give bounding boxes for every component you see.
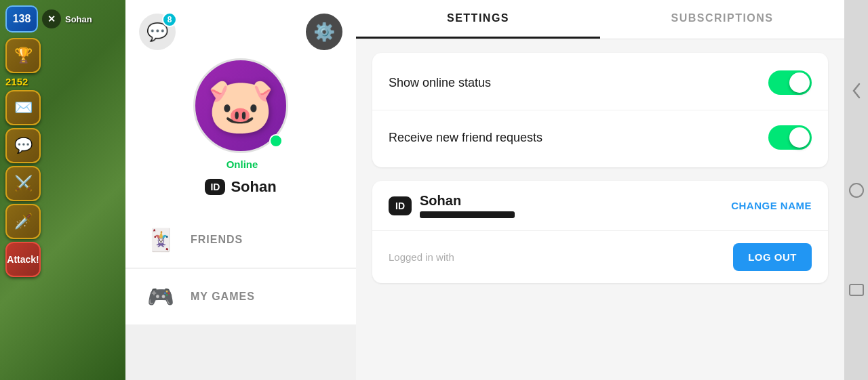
profile-section: 💬 8 ⚙️ 🐷 Online ID Sohan xyxy=(125,0,356,212)
settings-panel: SETTINGS SUBSCRIPTIONS Show online statu… xyxy=(356,0,844,380)
tab-settings[interactable]: SETTINGS xyxy=(356,0,600,39)
show-online-status-row: Show online status xyxy=(372,56,828,110)
close-button[interactable]: ✕ xyxy=(42,9,61,28)
account-name-left: ID Sohan xyxy=(389,193,515,218)
home-nav-button[interactable] xyxy=(847,181,866,200)
game-sidebar: 138 ✕ Sohan 🏆 2152 ✉️ 💬 ⚔️ 🗡️ Attack! xyxy=(0,0,129,380)
mail-icon-btn[interactable]: ✉️ xyxy=(5,90,41,125)
chat-badge: 8 xyxy=(162,12,177,27)
shield-icon-btn[interactable]: 🗡️ xyxy=(5,204,41,239)
my-games-label: MY GAMES xyxy=(191,291,255,303)
player-id-row: ID Sohan xyxy=(205,178,276,196)
show-online-status-toggle[interactable] xyxy=(768,70,812,95)
chat-icon-btn[interactable]: 💬 xyxy=(5,128,41,163)
logged-in-row: Logged in with LOG OUT xyxy=(372,231,828,283)
my-games-nav-item[interactable]: 🎮 MY GAMES xyxy=(125,269,356,324)
account-display-name: Sohan xyxy=(420,193,515,209)
main-panel: 💬 8 ⚙️ 🐷 Online ID Sohan 🃏 FRIENDS xyxy=(125,0,356,380)
settings-tabs: SETTINGS SUBSCRIPTIONS xyxy=(356,0,844,39)
avatar-image: 🐷 xyxy=(207,79,275,133)
trophy-count: 2152 xyxy=(5,76,28,87)
svg-point-0 xyxy=(850,184,863,197)
toggle-knob-online xyxy=(789,72,810,93)
sword-icon-btn[interactable]: ⚔️ xyxy=(5,166,41,201)
online-indicator-dot xyxy=(269,134,283,148)
player-name: Sohan xyxy=(231,178,276,196)
clash-badge: 138 xyxy=(5,5,38,33)
trophy-icon-btn[interactable]: 🏆 xyxy=(5,38,41,73)
friends-label: FRIENDS xyxy=(191,234,243,246)
show-online-status-label: Show online status xyxy=(389,76,491,90)
account-name-info: Sohan xyxy=(420,193,515,218)
logout-button[interactable]: LOG OUT xyxy=(733,243,812,271)
friends-icon: 🃏 xyxy=(142,224,180,255)
chat-button[interactable]: 💬 8 xyxy=(139,14,176,50)
settings-gear-button[interactable]: ⚙️ xyxy=(306,14,342,50)
settings-content: Show online status Receive new friend re… xyxy=(356,39,844,310)
account-name-row: ID Sohan CHANGE NAME xyxy=(372,181,828,231)
attack-btn[interactable]: Attack! xyxy=(5,242,41,277)
friends-nav-item[interactable]: 🃏 FRIENDS xyxy=(125,212,356,268)
gear-icon: ⚙️ xyxy=(313,22,335,43)
recent-nav-button[interactable] xyxy=(847,280,866,299)
receive-friend-requests-label: Receive new friend requests xyxy=(389,131,542,145)
svg-rect-1 xyxy=(850,284,863,295)
id-badge-small: ID xyxy=(205,179,225,195)
game-username: Sohan xyxy=(65,14,92,24)
receive-friend-requests-row: Receive new friend requests xyxy=(372,110,828,165)
online-status-row: Online xyxy=(224,159,258,170)
logged-in-label: Logged in with xyxy=(389,251,454,263)
nav-section: 🃏 FRIENDS 🎮 MY GAMES xyxy=(125,212,356,380)
id-badge-large: ID xyxy=(389,196,412,215)
change-name-button[interactable]: CHANGE NAME xyxy=(731,200,812,211)
online-label: Online xyxy=(226,159,258,170)
account-card: ID Sohan CHANGE NAME Logged in with LOG … xyxy=(372,181,828,283)
back-nav-button[interactable] xyxy=(847,81,866,100)
avatar-container: 🐷 xyxy=(193,58,288,153)
receive-friend-requests-toggle[interactable] xyxy=(768,125,812,150)
tab-subscriptions[interactable]: SUBSCRIPTIONS xyxy=(600,0,844,39)
toggle-knob-friends xyxy=(789,127,810,148)
right-nav-bar xyxy=(844,0,868,380)
account-id-bar xyxy=(420,211,515,218)
settings-toggles-card: Show online status Receive new friend re… xyxy=(372,53,828,167)
my-games-icon: 🎮 xyxy=(142,281,180,312)
